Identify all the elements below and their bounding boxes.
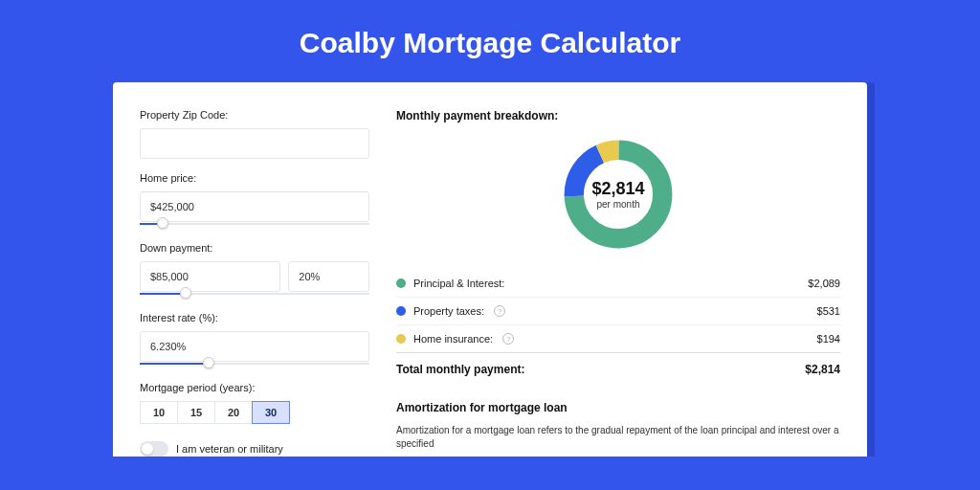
home-price-input[interactable] [140,191,369,222]
mortgage-period-group: 10152030 [140,401,369,424]
legend-label: Home insurance: [413,333,493,345]
veteran-label: I am veteran or military [176,443,283,455]
donut-center-sub: per month [596,199,639,210]
legend-dot-icon [396,334,406,344]
total-value: $2,814 [805,363,840,376]
interest-rate-label: Interest rate (%): [140,312,369,323]
legend-label: Property taxes: [413,305,484,317]
breakdown-legend: Principal & Interest:$2,089Property taxe… [396,270,840,353]
page-title: Coalby Mortgage Calculator [0,0,980,82]
interest-rate-input[interactable] [140,331,369,362]
breakdown-title: Monthly payment breakdown: [396,109,840,122]
total-row: Total monthly payment: $2,814 [396,353,840,391]
interest-rate-slider[interactable] [140,361,369,368]
down-payment-percent-input[interactable] [288,261,369,292]
legend-value: $2,089 [808,278,840,289]
legend-value: $531 [817,305,840,317]
legend-row: Home insurance:?$194 [396,325,840,353]
donut-chart-wrap: $2,814 per month [396,136,840,253]
amortization-title: Amortization for mortgage loan [396,401,840,414]
down-payment-label: Down payment: [140,242,369,254]
donut-center-amount: $2,814 [591,179,644,199]
home-price-slider[interactable] [140,221,369,229]
home-price-label: Home price: [140,172,369,184]
legend-value: $194 [817,333,840,345]
zip-input[interactable] [140,128,369,159]
period-option-20[interactable]: 20 [214,401,253,424]
field-zip: Property Zip Code: [140,109,369,159]
field-mortgage-period: Mortgage period (years): 10152030 [140,382,369,424]
mortgage-period-label: Mortgage period (years): [140,382,369,393]
help-icon[interactable]: ? [494,305,505,317]
period-option-15[interactable]: 15 [177,401,215,424]
field-down-payment: Down payment: [140,242,369,299]
breakdown-column: Monthly payment breakdown: $2,814 per mo… [396,109,840,457]
down-payment-amount-input[interactable] [140,261,280,292]
veteran-row: I am veteran or military [140,441,369,457]
amortization-text: Amortization for a mortgage loan refers … [396,424,840,451]
period-option-30[interactable]: 30 [252,401,290,424]
total-label: Total monthly payment: [396,363,524,376]
legend-dot-icon [396,306,406,316]
field-interest-rate: Interest rate (%): [140,312,369,368]
period-option-10[interactable]: 10 [140,401,178,424]
donut-chart: $2,814 per month [560,136,677,253]
down-payment-slider[interactable] [140,291,369,299]
legend-label: Principal & Interest: [413,278,504,289]
veteran-toggle[interactable] [140,441,168,457]
legend-row: Principal & Interest:$2,089 [396,270,840,298]
help-icon[interactable]: ? [502,333,514,345]
field-home-price: Home price: [140,172,369,229]
legend-row: Property taxes:?$531 [396,298,840,325]
form-column: Property Zip Code: Home price: Down paym… [140,109,369,457]
legend-dot-icon [396,278,406,288]
zip-label: Property Zip Code: [140,109,369,121]
calculator-card: Property Zip Code: Home price: Down paym… [113,82,867,457]
